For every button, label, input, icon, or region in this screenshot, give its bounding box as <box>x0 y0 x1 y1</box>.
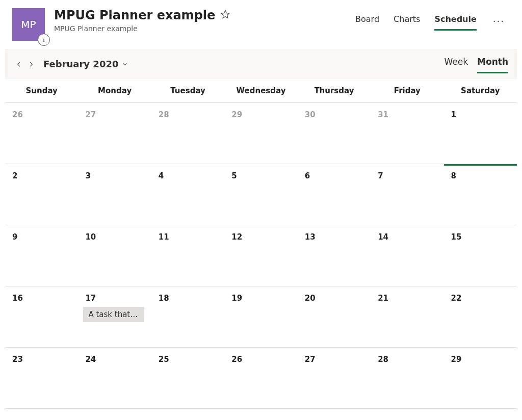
tab-charts[interactable]: Charts <box>394 11 420 31</box>
calendar-day[interactable]: 12 <box>224 225 297 286</box>
tab-schedule[interactable]: Schedule <box>434 11 476 31</box>
calendar-day[interactable]: 23 <box>5 348 78 408</box>
calendar-day[interactable]: 30 <box>298 103 371 164</box>
dow-saturday: Saturday <box>444 79 517 102</box>
day-number: 27 <box>305 355 316 364</box>
dow-thursday: Thursday <box>298 79 371 102</box>
month-label-text: February 2020 <box>43 59 118 69</box>
calendar-week: 16 17 A task that s… 18 19 20 21 22 <box>5 286 517 348</box>
prev-month-button[interactable] <box>14 59 24 69</box>
day-number: 4 <box>159 171 164 180</box>
day-number: 9 <box>12 232 17 242</box>
calendar-grid: 26 27 28 29 30 31 1 2 3 4 5 6 7 8 9 10 1… <box>5 103 517 409</box>
day-number: 25 <box>159 355 169 364</box>
day-number: 1 <box>451 110 456 119</box>
page-title: MPUG Planner example <box>54 8 215 22</box>
calendar-week: 23 24 25 26 27 28 29 <box>5 348 517 409</box>
day-number: 7 <box>378 171 383 180</box>
svg-marker-0 <box>221 10 229 18</box>
calendar-day[interactable]: 29 <box>444 348 517 408</box>
calendar-day[interactable]: 29 <box>224 103 297 164</box>
plan-avatar[interactable]: MP i <box>12 8 45 41</box>
day-number: 28 <box>159 110 169 119</box>
calendar-day-today[interactable]: 8 <box>444 164 517 225</box>
calendar-day[interactable]: 22 <box>444 286 517 347</box>
favorite-star-icon[interactable] <box>220 9 230 21</box>
day-number: 24 <box>85 355 96 364</box>
calendar-day[interactable]: 27 <box>298 348 371 408</box>
view-tabs: Board Charts Schedule ··· <box>355 8 510 31</box>
day-number: 30 <box>305 110 316 119</box>
dow-wednesday: Wednesday <box>224 79 297 102</box>
calendar-day[interactable]: 18 <box>151 286 224 347</box>
calendar-day[interactable]: 16 <box>5 286 78 347</box>
dow-friday: Friday <box>371 79 443 102</box>
task-chip[interactable]: A task that s… <box>83 307 144 322</box>
day-number: 12 <box>231 232 242 242</box>
dow-sunday: Sunday <box>5 79 78 102</box>
day-of-week-header: Sunday Monday Tuesday Wednesday Thursday… <box>5 79 517 103</box>
calendar-week: 2 3 4 5 6 7 8 <box>5 164 517 225</box>
calendar-day[interactable]: 28 <box>151 103 224 164</box>
calendar-day[interactable]: 27 <box>78 103 151 164</box>
calendar-day[interactable]: 11 <box>151 225 224 286</box>
calendar-day[interactable]: 24 <box>78 348 151 408</box>
dow-monday: Monday <box>78 79 151 102</box>
view-month-button[interactable]: Month <box>477 55 508 73</box>
day-number: 18 <box>159 294 169 303</box>
day-number: 6 <box>305 171 310 180</box>
day-number: 11 <box>159 232 169 242</box>
day-number: 13 <box>305 232 316 242</box>
calendar-day[interactable]: 15 <box>444 225 517 286</box>
next-month-button[interactable] <box>26 59 36 69</box>
calendar-day[interactable]: 2 <box>5 164 78 225</box>
calendar-day[interactable]: 3 <box>78 164 151 225</box>
info-icon[interactable]: i <box>38 34 50 46</box>
calendar-day[interactable]: 28 <box>371 348 443 408</box>
day-number: 3 <box>85 171 90 180</box>
calendar-day[interactable]: 26 <box>224 348 297 408</box>
day-number: 20 <box>305 294 316 303</box>
calendar-day[interactable]: 5 <box>224 164 297 225</box>
calendar-day[interactable]: 17 A task that s… <box>78 286 151 347</box>
calendar-day[interactable]: 6 <box>298 164 371 225</box>
calendar-day[interactable]: 14 <box>371 225 443 286</box>
day-number: 17 <box>85 294 96 303</box>
calendar-day[interactable]: 13 <box>298 225 371 286</box>
header: MP i MPUG Planner example MPUG Planner e… <box>0 0 522 46</box>
calendar-day[interactable]: 1 <box>444 103 517 164</box>
day-number: 22 <box>451 294 462 303</box>
calendar-day[interactable]: 21 <box>371 286 443 347</box>
schedule-toolbar: February 2020 Week Month <box>5 49 517 79</box>
calendar-day[interactable]: 4 <box>151 164 224 225</box>
calendar-day[interactable]: 31 <box>371 103 443 164</box>
day-number: 10 <box>85 232 96 242</box>
calendar-day[interactable]: 7 <box>371 164 443 225</box>
more-icon[interactable]: ··· <box>491 15 507 28</box>
day-number: 14 <box>378 232 388 242</box>
day-number: 15 <box>451 232 462 242</box>
day-number: 26 <box>231 355 242 364</box>
calendar-week: 9 10 11 12 13 14 15 <box>5 225 517 286</box>
day-number: 29 <box>231 110 242 119</box>
calendar: Sunday Monday Tuesday Wednesday Thursday… <box>5 79 517 409</box>
day-number: 2 <box>12 171 17 180</box>
tab-board[interactable]: Board <box>355 11 379 31</box>
day-number: 29 <box>451 355 462 364</box>
chevron-down-icon <box>121 61 128 68</box>
day-number: 19 <box>231 294 242 303</box>
view-week-button[interactable]: Week <box>444 55 468 73</box>
calendar-day[interactable]: 9 <box>5 225 78 286</box>
month-picker[interactable]: February 2020 <box>43 59 128 69</box>
calendar-day[interactable]: 20 <box>298 286 371 347</box>
day-number: 16 <box>12 294 23 303</box>
calendar-day[interactable]: 25 <box>151 348 224 408</box>
calendar-day[interactable]: 26 <box>5 103 78 164</box>
day-number: 8 <box>451 171 456 180</box>
calendar-day[interactable]: 10 <box>78 225 151 286</box>
day-number: 26 <box>12 110 23 119</box>
day-number: 21 <box>378 294 388 303</box>
day-number: 28 <box>378 355 388 364</box>
day-number: 27 <box>85 110 96 119</box>
calendar-day[interactable]: 19 <box>224 286 297 347</box>
